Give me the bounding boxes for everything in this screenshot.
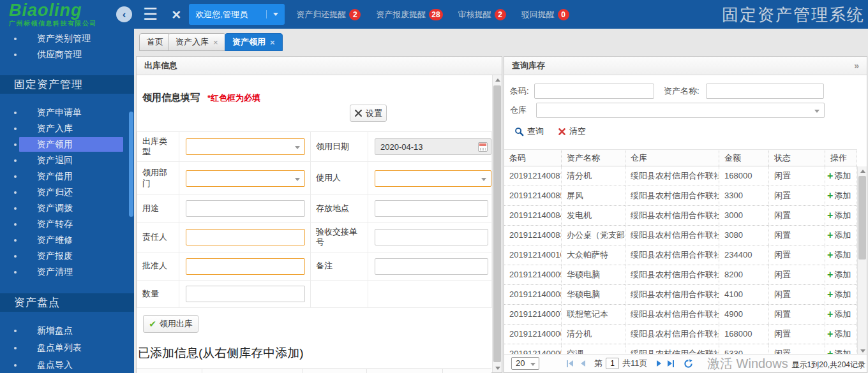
form-scrollbar[interactable] bbox=[492, 75, 502, 372]
tab-bar: 首页 资产入库 × 资产领用 × bbox=[134, 29, 868, 56]
warehouse-select[interactable] bbox=[536, 103, 825, 118]
add-label: 添加 bbox=[834, 245, 851, 265]
close-icon[interactable]: × bbox=[172, 6, 181, 24]
sidebar-scrollbar-thumb[interactable] bbox=[129, 112, 133, 217]
responsible-input[interactable] bbox=[186, 229, 305, 245]
asset-name-label: 资产名称: bbox=[664, 84, 700, 99]
sidebar-item[interactable]: 盘点导入 bbox=[0, 356, 134, 373]
quantity-input[interactable] bbox=[186, 286, 305, 302]
cell-barcode: 201912140009 bbox=[504, 265, 562, 284]
last-page-button[interactable] bbox=[668, 360, 675, 367]
add-row-button[interactable]: + 添加 bbox=[825, 325, 857, 344]
add-row-button[interactable]: + 添加 bbox=[825, 226, 857, 245]
notification-item[interactable]: 审核提醒 2 bbox=[458, 9, 506, 20]
tab[interactable]: 首页 bbox=[139, 33, 171, 51]
scrollbar-thumb[interactable] bbox=[493, 85, 501, 362]
search-button[interactable]: 查询 bbox=[514, 126, 544, 137]
calendar-icon[interactable] bbox=[478, 142, 488, 152]
responsible-label: 责任人 bbox=[137, 222, 179, 252]
page-number-input[interactable] bbox=[606, 358, 619, 369]
location-input[interactable] bbox=[375, 200, 488, 217]
sidebar-item[interactable]: 资产转存 bbox=[0, 216, 134, 232]
bullet-icon bbox=[14, 175, 17, 178]
add-label: 添加 bbox=[834, 186, 851, 205]
table-row: 201912140006 清分机 绥阳县农村信用合作联社刘 168000 闲置 … bbox=[504, 325, 857, 344]
sidebar-item[interactable]: 资产退回 bbox=[0, 152, 134, 168]
add-row-button[interactable]: + 添加 bbox=[825, 206, 857, 225]
cell-barcode: 201912140084 bbox=[504, 206, 562, 225]
sidebar-item[interactable]: 资产调拨 bbox=[0, 200, 134, 216]
sidebar-item-label: 盘点导入 bbox=[37, 360, 73, 371]
bullet-icon bbox=[14, 191, 17, 194]
hamburger-menu-icon[interactable]: ☰ bbox=[143, 0, 158, 29]
cell-barcode: 201912140083 bbox=[504, 226, 562, 245]
notification-badge: 0 bbox=[558, 9, 569, 20]
cell-barcode: 201912140010 bbox=[504, 245, 562, 265]
tab[interactable]: 资产入库 × bbox=[168, 33, 226, 51]
sidebar-item[interactable]: 资产借用 bbox=[0, 168, 134, 184]
bullet-icon bbox=[14, 112, 17, 114]
notification-item[interactable]: 资产归还提醒 2 bbox=[296, 9, 361, 20]
scrollbar-thumb[interactable] bbox=[858, 176, 866, 260]
table-scrollbar[interactable] bbox=[857, 166, 867, 355]
receipt-input[interactable] bbox=[375, 229, 488, 245]
notification-item[interactable]: 资产报废提醒 28 bbox=[376, 9, 442, 20]
remark-input[interactable] bbox=[375, 258, 488, 275]
checkout-submit-button[interactable]: ✔ 领用出库 bbox=[143, 315, 198, 333]
approver-input[interactable] bbox=[186, 258, 305, 275]
add-label: 添加 bbox=[834, 305, 851, 324]
out-type-select[interactable] bbox=[186, 138, 305, 155]
asset-name-input[interactable] bbox=[706, 84, 824, 99]
cell-amount: 4900 bbox=[719, 305, 769, 324]
cell-warehouse: 绥阳县农村信用合作联社刘 bbox=[625, 166, 719, 186]
refresh-icon[interactable] bbox=[684, 359, 693, 369]
sidebar-item[interactable]: 资产类别管理 bbox=[0, 31, 134, 47]
add-row-button[interactable]: + 添加 bbox=[825, 245, 857, 265]
sidebar-group-header: 资产盘点 bbox=[0, 293, 134, 312]
sidebar-collapse-button[interactable]: ‹ bbox=[116, 6, 132, 22]
plus-icon: + bbox=[827, 329, 833, 339]
tab[interactable]: 资产领用 × bbox=[225, 33, 283, 51]
date-picker[interactable]: 2020-04-13 bbox=[375, 138, 491, 155]
sidebar-item[interactable]: 盘点单列表 bbox=[0, 339, 134, 356]
add-row-button[interactable]: + 添加 bbox=[825, 186, 857, 205]
cell-asset-name: 清分机 bbox=[562, 166, 625, 186]
sidebar-item[interactable]: 资产申请单 bbox=[0, 105, 134, 121]
user-select[interactable] bbox=[375, 170, 491, 187]
sidebar-item[interactable]: 资产入库 bbox=[0, 121, 134, 136]
next-page-button[interactable] bbox=[657, 360, 661, 367]
sidebar-item[interactable]: 供应商管理 bbox=[0, 47, 134, 62]
cell-status: 闲置 bbox=[769, 285, 825, 304]
add-row-button[interactable]: + 添加 bbox=[825, 265, 857, 284]
cell-status: 闲置 bbox=[769, 245, 825, 265]
page-size-select[interactable]: 20 bbox=[511, 357, 539, 370]
clear-button[interactable]: 清空 bbox=[558, 126, 586, 137]
collapse-panel-icon[interactable]: » bbox=[854, 61, 859, 71]
settings-button[interactable]: 设置 bbox=[350, 105, 387, 122]
tab-close-icon[interactable]: × bbox=[270, 38, 275, 47]
sidebar-item[interactable]: 资产领用 bbox=[0, 136, 134, 152]
notification-item[interactable]: 驳回提醒 0 bbox=[521, 9, 569, 20]
add-label: 添加 bbox=[834, 265, 851, 284]
barcode-input[interactable] bbox=[534, 84, 654, 99]
sidebar-item[interactable]: 资产归还 bbox=[0, 184, 134, 200]
add-row-button[interactable]: + 添加 bbox=[825, 166, 857, 186]
scroll-up-arrow-icon[interactable] bbox=[858, 166, 867, 175]
welcome-user-button[interactable]: 欢迎您,管理员 bbox=[189, 4, 285, 25]
purpose-input[interactable] bbox=[186, 200, 305, 217]
prev-page-button[interactable] bbox=[581, 360, 585, 367]
tab-close-icon[interactable]: × bbox=[213, 38, 218, 47]
bullet-icon bbox=[14, 271, 17, 274]
sidebar-item[interactable]: 资产维修 bbox=[0, 232, 134, 248]
add-row-button[interactable]: + 添加 bbox=[825, 285, 857, 304]
logo-subtitle: 广州标领信息科技有限公司 bbox=[9, 20, 116, 27]
scroll-up-arrow-icon[interactable] bbox=[493, 75, 502, 84]
add-row-button[interactable]: + 添加 bbox=[825, 305, 857, 324]
sidebar-item[interactable]: 新增盘点 bbox=[0, 322, 134, 339]
sidebar-item[interactable]: 资产报废 bbox=[0, 248, 134, 264]
tab-label: 资产入库 bbox=[176, 36, 209, 48]
sidebar-item[interactable]: 资产清理 bbox=[0, 264, 134, 280]
scroll-down-arrow-icon[interactable] bbox=[493, 363, 502, 372]
first-page-button[interactable] bbox=[566, 360, 573, 367]
dept-select[interactable] bbox=[186, 170, 305, 187]
